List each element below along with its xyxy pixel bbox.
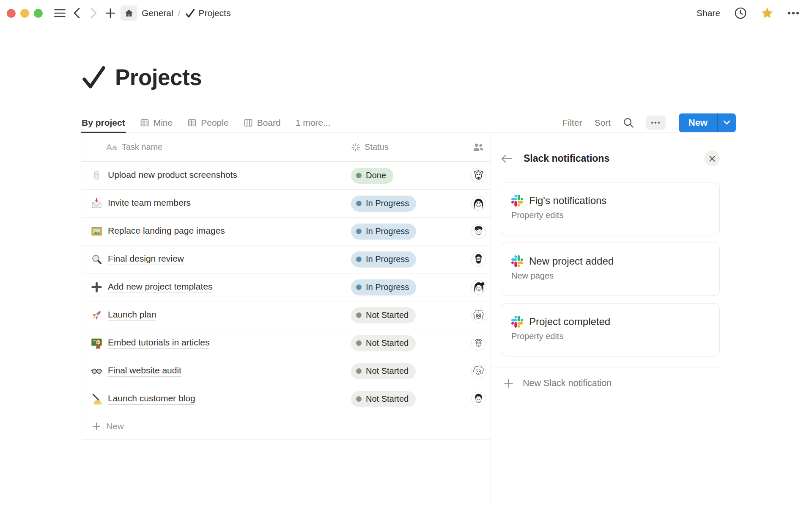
new-page-button[interactable] (102, 6, 119, 21)
sort-button[interactable]: Sort (594, 118, 611, 128)
chevron-down-icon (723, 120, 730, 125)
avatar-person-round-glasses[interactable] (471, 336, 486, 351)
table-row[interactable]: Launch customer blog Not Started (82, 385, 491, 413)
notification-title: Project completed (529, 316, 610, 328)
close-panel-button[interactable] (704, 151, 720, 166)
breadcrumb: General / Projects (142, 8, 230, 18)
notification-cards: Fig's notifications Property edits New p… (501, 182, 720, 356)
view-tab-1-more[interactable]: 1 more... (296, 113, 331, 133)
chevron-right-icon (91, 8, 97, 19)
status-dot (356, 340, 362, 346)
view-tab-people[interactable]: People (187, 113, 228, 133)
task-title-link[interactable]: Launch customer blog (108, 393, 195, 405)
avatar-man-curly[interactable] (471, 224, 486, 239)
task-title-link[interactable]: Add new project templates (108, 282, 212, 293)
task-emoji-icon (91, 170, 102, 181)
chevron-left-icon (74, 8, 80, 19)
task-title-link[interactable]: Final website audit (108, 365, 181, 377)
avatar-woman-short-dark[interactable] (471, 392, 486, 406)
table-rows: Upload new product screenshots Done Invi… (82, 162, 491, 413)
task-title-link[interactable]: Replace landing page images (108, 226, 225, 237)
table-row[interactable]: Upload new product screenshots Done (82, 162, 491, 190)
notification-title: Fig's notifications (529, 195, 606, 207)
page-title[interactable]: Projects (115, 65, 202, 90)
back-arrow-icon[interactable] (501, 154, 512, 163)
avatar-person-fluffy-hair[interactable] (471, 364, 486, 378)
breadcrumb-page[interactable]: Projects (185, 8, 231, 18)
column-header-status[interactable]: Status (351, 142, 466, 152)
nav-forward-button[interactable] (85, 6, 102, 21)
status-badge[interactable]: Not Started (351, 335, 416, 351)
favorite-star-icon[interactable] (761, 7, 774, 19)
new-row-button[interactable]: New (82, 413, 491, 440)
status-dot (356, 229, 362, 234)
avatar-elder-curly-glasses[interactable] (471, 308, 486, 323)
new-task-button[interactable]: New (679, 113, 736, 132)
view-options-button[interactable]: ••• (646, 116, 666, 130)
task-title-link[interactable]: Final design review (108, 254, 184, 265)
task-table: Aa Task name Status (82, 133, 491, 506)
status-badge[interactable]: In Progress (351, 224, 416, 240)
table-row[interactable]: Final design review In Progress (82, 246, 491, 273)
view-tab-by-project[interactable]: By project (82, 113, 125, 133)
home-icon (124, 8, 134, 18)
more-options-icon[interactable] (787, 11, 799, 15)
filter-button[interactable]: Filter (562, 118, 582, 128)
notification-title: New project added (529, 255, 614, 267)
avatar-dog-sketch[interactable] (471, 168, 486, 183)
column-header-task-name[interactable]: Aa Task name (82, 142, 351, 152)
table-row[interactable]: Replace landing page images In Progress (82, 218, 491, 246)
task-title-link[interactable]: Invite team members (108, 198, 191, 209)
table-row[interactable]: Add new project templates In Progress (82, 273, 491, 301)
slack-logo-icon (511, 195, 523, 207)
status-badge[interactable]: Not Started (351, 307, 416, 323)
status-dot (356, 173, 362, 178)
task-title-link[interactable]: Launch plan (108, 309, 156, 321)
share-button[interactable]: Share (697, 8, 720, 18)
history-clock-icon[interactable] (734, 7, 747, 19)
status-badge[interactable]: Not Started (351, 391, 416, 407)
close-window-button[interactable] (7, 9, 16, 18)
table-row[interactable]: Final website audit Not Started (82, 357, 491, 385)
new-slack-notification-button[interactable]: New Slack notification (501, 378, 720, 389)
slack-notification-card[interactable]: Fig's notifications Property edits (501, 182, 720, 235)
plus-icon (504, 378, 513, 388)
status-badge[interactable]: In Progress (351, 251, 416, 268)
sidebar-menu-button[interactable] (51, 6, 68, 21)
status-dot (356, 257, 362, 262)
slack-notification-card[interactable]: Project completed Property edits (501, 303, 720, 356)
zoom-window-button[interactable] (34, 9, 43, 18)
status-badge[interactable]: In Progress (351, 196, 416, 212)
task-title-link[interactable]: Upload new product screenshots (108, 170, 237, 181)
view-tab-board[interactable]: Board (244, 113, 281, 133)
hamburger-icon (54, 9, 66, 17)
view-tabbar: By project Mine People Board 1 more... F… (82, 113, 736, 133)
avatar-woman-bob[interactable] (471, 196, 486, 211)
avatar-woman-ponytail[interactable] (471, 280, 486, 295)
nav-back-button[interactable] (68, 6, 85, 21)
new-task-dropdown[interactable] (717, 113, 736, 132)
table-row[interactable]: Invite team members In Progress (82, 190, 491, 218)
task-emoji-icon (91, 337, 102, 349)
task-emoji-icon (91, 282, 102, 293)
task-emoji-icon (91, 254, 102, 265)
task-title-link[interactable]: Embed tutorials in articles (108, 337, 209, 349)
status-dot (356, 284, 362, 290)
status-badge[interactable]: In Progress (351, 279, 416, 295)
table-row[interactable]: Embed tutorials in articles Not Started (82, 329, 491, 357)
status-dot (356, 201, 362, 206)
slack-notification-card[interactable]: New project added New pages (501, 243, 720, 296)
status-badge[interactable]: Done (351, 168, 393, 184)
minimize-window-button[interactable] (20, 9, 29, 18)
search-icon[interactable] (623, 117, 634, 128)
column-header-people[interactable] (466, 143, 491, 152)
view-type-icon (244, 118, 253, 127)
home-button[interactable] (121, 6, 137, 21)
notification-subtitle: New pages (511, 271, 709, 281)
status-dot (356, 396, 362, 402)
status-badge[interactable]: Not Started (351, 363, 416, 379)
breadcrumb-root[interactable]: General (142, 8, 173, 18)
view-tab-mine[interactable]: Mine (140, 113, 173, 133)
table-row[interactable]: Launch plan Not Started (82, 301, 491, 329)
avatar-man-beard-glasses[interactable] (471, 252, 486, 267)
